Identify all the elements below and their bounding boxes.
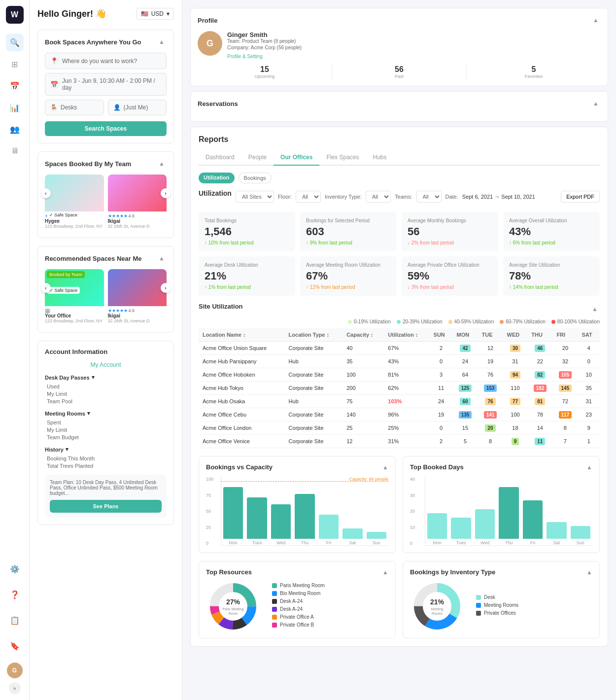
legend-40-59: 40-59% Utilization (454, 319, 494, 324)
spaces-nav-right[interactable]: › (161, 188, 171, 198)
guest-icon: 👤 (113, 104, 121, 111)
see-plans-button[interactable]: See Plans (50, 500, 162, 513)
bar-label-sun: Sun (373, 540, 380, 545)
all-sites-filter[interactable]: All Sites (236, 191, 274, 203)
date-label: Date: (445, 194, 458, 200)
date-input-row[interactable]: 📅 Jun 3 - Jun 9, 10:30 AM - 2:00 PM / da… (45, 73, 167, 96)
sidebar-icon-extra2[interactable]: 🔖 (6, 637, 24, 655)
sidebar-icon-reports[interactable]: 📊 (6, 99, 24, 116)
bar2-wed: Wed (475, 509, 495, 545)
tab-flex-spaces[interactable]: Flex Spaces (319, 150, 366, 166)
location-name-0: Acme Office Union Square (199, 342, 285, 355)
legend-paris-label: Paris Meeting Room (280, 583, 325, 588)
col-type: Location Type ↕ (285, 328, 343, 342)
recommended-nav-left[interactable]: ‹ (41, 283, 51, 293)
tab-dashboard[interactable]: Dashboard (199, 150, 241, 166)
sidebar-icon-calendar[interactable]: 📅 (6, 77, 24, 95)
meeting-rooms-title[interactable]: Meeting Rooms ▾ (45, 410, 167, 417)
site-utilization-section: Site Utilization ▲ 0-19% Utilization 20-… (199, 303, 600, 448)
rating-stars-2: ★★★★★ (108, 213, 128, 218)
floor-select[interactable]: All (296, 191, 321, 203)
metric-change-6: ↓ 3% from last period (408, 284, 492, 290)
spaces-nav-left[interactable]: ‹ (41, 188, 51, 198)
chart-collapse-2[interactable]: ▲ (586, 464, 592, 471)
tab-people[interactable]: People (241, 150, 274, 166)
col-mon: MON (452, 328, 478, 342)
legend-bio: Bio Meeting Room (272, 591, 388, 596)
desk-guest-row: 🪑 Desks 👤 (Just Me) (45, 100, 167, 115)
team-space-card-2[interactable]: ★★★★★4.6 Ikigai 32 26th St, Avenue D (108, 175, 167, 231)
location-input-row[interactable]: 📍 Where do you want to work? (45, 53, 167, 69)
rec-space-card-1[interactable]: Booked by Team ✓ Safe Space 🏢 Your Offic… (45, 269, 104, 325)
metric-label-3: Average Overall Utilization (509, 218, 594, 223)
team-space-card-1[interactable]: ✓ Safe Space ★★★★★4.6 Hygee 123 Broadway… (45, 175, 104, 231)
profile-card: Profile ▲ G Ginger Smith Team: Product T… (190, 8, 608, 86)
sub-tab-utilization[interactable]: Utilization (199, 173, 235, 183)
reports-title: Reports (199, 135, 600, 144)
inventory-select[interactable]: All (366, 191, 391, 203)
site-util-collapse[interactable]: ▲ (590, 304, 600, 314)
app-logo: W (6, 6, 24, 24)
metric-change-7: ↑ 14% from last period (509, 284, 594, 290)
profile-section-title: Profile (198, 17, 217, 24)
capacity-0: 40 (342, 342, 384, 355)
top-resources-title: Top Resources ▲ (206, 568, 388, 576)
col-fri: FRI (552, 328, 578, 342)
export-pdf-button[interactable]: Export PDF (561, 191, 600, 203)
metric-change-2: ↓ 2% from last period (408, 240, 492, 245)
guest-input[interactable]: 👤 (Just Me) (108, 100, 167, 115)
flag-icon: 🇺🇸 (141, 10, 148, 17)
safe-space-badge-1: ✓ Safe Space (47, 211, 80, 218)
legend-desk-a24-1: Desk A-24 (272, 598, 388, 604)
stat-favorites: 5 Favorites (467, 65, 601, 79)
legend-desk-a24-2: Desk A-24 (272, 606, 388, 612)
donut-svg-2: 21% Meeting Rooms (410, 582, 464, 631)
book-spaces-collapse[interactable]: ▲ (157, 37, 167, 47)
account-title: Account Information (45, 348, 107, 355)
my-account-link[interactable]: My Account (45, 361, 167, 368)
tab-our-offices[interactable]: Our Offices (274, 150, 319, 166)
metric-label-6: Average Private Office Utilization (408, 262, 492, 268)
sidebar-icon-settings[interactable]: ⚙️ (6, 560, 24, 578)
bookings-chart-area: 1007550250 Capacity: 66 people Mon (206, 477, 388, 546)
utilization-filter-title: Utilization (199, 189, 232, 197)
search-spaces-button[interactable]: Search Spaces (45, 121, 167, 136)
sub-tab-bookings[interactable]: Bookings (239, 173, 272, 183)
sidebar-icon-screen[interactable]: 🖥 (6, 142, 24, 160)
tab-hubs[interactable]: Hubs (366, 150, 393, 166)
col-thu: THU (527, 328, 552, 342)
sidebar-icon-dashboard[interactable]: ⊞ (6, 55, 24, 73)
chart-collapse-1[interactable]: ▲ (382, 464, 388, 471)
metric-avg-overall: Average Overall Utilization 43% ↑ 6% fro… (503, 212, 600, 251)
bar-thu (295, 494, 314, 539)
bar2-thu: Thu (499, 487, 518, 545)
chart-collapse-4[interactable]: ▲ (586, 569, 592, 576)
sidebar-expand-button[interactable]: » (9, 682, 21, 694)
bar-group-thu: Thu (295, 494, 314, 545)
history-trees: Total Trees Planted (45, 463, 167, 469)
rec-space-card-2[interactable]: ★★★★★4.6 Ikigai 32 26th St, Avenue D (108, 269, 167, 325)
bar-label-sat: Sat (349, 540, 356, 545)
profile-collapse[interactable]: ▲ (591, 15, 601, 25)
recommended-collapse[interactable]: ▲ (157, 253, 167, 263)
sidebar-icon-extra1[interactable]: 📋 (6, 611, 24, 629)
team-spaces-collapse[interactable]: ▲ (157, 159, 167, 169)
meeting-rooms-budget: Team Budget (45, 434, 167, 440)
user-avatar-sidebar[interactable]: G (7, 663, 23, 678)
sidebar-icon-search[interactable]: 🔍 (6, 34, 24, 51)
profile-settings-link[interactable]: Profile & Setting (227, 54, 263, 59)
teams-label: Teams: (395, 194, 412, 200)
reservations-collapse[interactable]: ▲ (591, 99, 601, 108)
desk-passes-title[interactable]: Desk Day Passes ▾ (45, 374, 167, 381)
recommended-nav-right[interactable]: › (161, 283, 171, 293)
currency-selector[interactable]: 🇺🇸 USD ▾ (137, 8, 174, 20)
all-sites-select[interactable]: All Sites (236, 191, 274, 203)
teams-select[interactable]: All (416, 191, 442, 203)
sidebar-icon-people[interactable]: 👥 (6, 120, 24, 138)
history-title[interactable]: History ▾ (45, 446, 167, 453)
space-addr-1: 123 Broadway, 2nd Floor, NY (45, 224, 104, 229)
sidebar-icon-help[interactable]: ❓ (6, 586, 24, 603)
space-type-input[interactable]: 🪑 Desks (45, 100, 104, 115)
chart-collapse-3[interactable]: ▲ (382, 569, 388, 576)
metric-meeting-util: Average Meeting Room Utilization 67% ↑ 1… (300, 256, 397, 296)
